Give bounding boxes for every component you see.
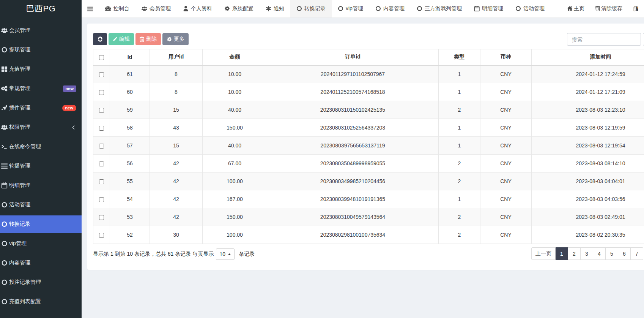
row-checkbox[interactable] <box>99 144 104 149</box>
select-all-checkbox[interactable] <box>99 55 104 60</box>
sidebar-item[interactable]: 充值列表配置 <box>0 293 82 310</box>
table-row[interactable]: 564267.0020230803504899989590552CNY2023-… <box>93 155 644 172</box>
navbar-tabs: 控制台会员管理个人资料系统配置通知转换记录vip管理内容管理三方游戏列管理明细管… <box>99 0 551 17</box>
row-checkbox[interactable] <box>99 233 104 238</box>
table-row[interactable]: 5442167.0020230803994810191913651CNY2023… <box>93 190 644 208</box>
column-header[interactable]: 添加时间 <box>532 49 644 65</box>
users-icon <box>142 6 147 11</box>
new-badge: new <box>62 105 76 111</box>
chevron-left-icon <box>72 125 75 130</box>
toolbar: 编辑 删除 更多 <box>93 33 644 45</box>
row-checkbox[interactable] <box>99 90 104 95</box>
sidebar-item[interactable]: 权限管理 <box>0 119 82 136</box>
records-unit: 条记录 <box>239 251 255 258</box>
nav-tab[interactable]: 活动管理 <box>509 0 551 17</box>
search-input[interactable] <box>567 33 641 46</box>
sidebar-toggle-button[interactable] <box>82 0 99 17</box>
circle-icon <box>296 6 302 11</box>
table-cell: 10.00 <box>203 83 267 101</box>
pagination-page[interactable]: 1 <box>556 247 568 260</box>
table-row[interactable]: 5542100.0020230803499852102044562CNY2023… <box>93 172 644 190</box>
checkbox-cell <box>93 172 110 190</box>
nav-tab[interactable]: 转换记录 <box>290 0 332 17</box>
refresh-button[interactable] <box>93 33 107 45</box>
pagination-page[interactable]: 6 <box>618 247 631 260</box>
sidebar-item[interactable]: 常规管理new <box>0 80 82 97</box>
sidebar-item[interactable]: 在线命令管理 <box>0 138 82 155</box>
sidebar-item[interactable]: 轮播管理 <box>0 157 82 175</box>
pagination-page[interactable]: 3 <box>581 247 593 260</box>
circle-icon <box>417 6 422 11</box>
pagination-page[interactable]: 7 <box>631 247 643 260</box>
nav-tab[interactable]: 系统配置 <box>218 0 260 17</box>
table-row[interactable]: 61810.0020240112971011025079671CNY2024-0… <box>93 65 644 83</box>
refresh-icon <box>98 36 103 42</box>
nav-tab[interactable]: 内容管理 <box>369 0 411 17</box>
circle-icon <box>1 221 8 227</box>
page-size-dropdown[interactable]: 10 <box>216 248 235 260</box>
column-header[interactable]: 订单id <box>267 49 439 65</box>
row-checkbox[interactable] <box>99 215 104 220</box>
sidebar-item[interactable]: 转换记录 <box>0 215 82 233</box>
table-cell: 67.00 <box>203 155 267 172</box>
column-header[interactable]: 用户id <box>150 49 203 65</box>
row-checkbox[interactable] <box>99 179 104 184</box>
nav-tab[interactable]: 个人资料 <box>177 0 218 17</box>
pagination-page[interactable]: 4 <box>593 247 606 260</box>
sidebar-item[interactable]: 会员管理 <box>0 22 82 39</box>
pagination-page[interactable]: 2 <box>568 247 581 260</box>
row-checkbox[interactable] <box>99 197 104 202</box>
sidebar-item[interactable]: 内容管理 <box>0 254 82 272</box>
column-header[interactable]: 币种 <box>480 49 532 65</box>
nav-tab-icon-box <box>474 6 480 11</box>
table-cell: CNY <box>480 65 532 83</box>
row-checkbox[interactable] <box>99 72 104 77</box>
more-button[interactable]: 更多 <box>162 33 189 45</box>
nav-tab[interactable]: vip管理 <box>332 0 369 17</box>
table-cell: 2 <box>439 208 480 226</box>
sidebar-item[interactable]: 插件管理new <box>0 99 82 117</box>
nav-action[interactable] <box>628 0 644 17</box>
table-cell: 2024-01-12 17:24:59 <box>532 65 644 83</box>
more-button-label: 更多 <box>174 36 184 43</box>
column-header[interactable]: Id <box>110 49 150 65</box>
nav-tab[interactable]: 会员管理 <box>135 0 177 17</box>
row-checkbox[interactable] <box>99 161 104 166</box>
nav-tab[interactable]: 通知 <box>260 0 290 17</box>
main-column: 控制台会员管理个人资料系统配置通知转换记录vip管理内容管理三方游戏列管理明细管… <box>82 0 644 318</box>
nav-tab-icon-box <box>296 6 302 11</box>
nav-action[interactable]: 清除缓存 <box>589 0 628 17</box>
refresh-icon <box>98 36 103 42</box>
table-row[interactable]: 5342150.0020230803100495791435642CNY2023… <box>93 208 644 226</box>
pagination-prev[interactable]: 上一页 <box>531 247 556 260</box>
sidebar-item[interactable]: 充值管理 <box>0 60 82 78</box>
table-row[interactable]: 5843150.0020230803102525643372031CNY2023… <box>93 119 644 137</box>
sidebar-item[interactable]: 提现管理 <box>0 41 82 59</box>
nav-action[interactable]: 主页 <box>559 0 589 17</box>
row-checkbox[interactable] <box>99 108 104 113</box>
row-checkbox[interactable] <box>99 126 104 131</box>
table-row[interactable]: 571540.0020230803975656531371191CNY2023-… <box>93 137 644 155</box>
table-row[interactable]: 591540.0020230803101501024251352CNY2023-… <box>93 101 644 119</box>
nav-tab[interactable]: 三方游戏列管理 <box>411 0 468 17</box>
sidebar-item[interactable]: 活动管理 <box>0 196 82 214</box>
checkbox-cell <box>93 226 110 244</box>
delete-button[interactable]: 删除 <box>135 33 161 45</box>
sidebar-item[interactable]: 投注记录管理 <box>0 274 82 291</box>
nav-tab[interactable]: 控制台 <box>99 0 135 17</box>
table-cell: 1 <box>439 190 480 208</box>
pagination-page[interactable]: 5 <box>606 247 618 260</box>
table-row[interactable]: 60810.0020240112521005741685181CNY2024-0… <box>93 83 644 101</box>
nav-tab[interactable]: 明细管理 <box>468 0 509 17</box>
table-row[interactable]: 5230100.0020230802981001007356342CNY2023… <box>93 226 644 244</box>
column-header[interactable]: 金额 <box>203 49 267 65</box>
column-header[interactable]: 类型 <box>439 49 480 65</box>
users-icon <box>1 124 8 130</box>
sidebar-item-icon-box <box>0 260 8 266</box>
sidebar-item[interactable]: vip管理 <box>0 235 82 252</box>
table-cell: 52 <box>110 226 150 244</box>
edit-button[interactable]: 编辑 <box>109 33 134 45</box>
sidebar-item-icon-box <box>0 27 8 33</box>
table-cell: 42 <box>150 208 203 226</box>
sidebar-item[interactable]: 明细管理 <box>0 177 82 194</box>
